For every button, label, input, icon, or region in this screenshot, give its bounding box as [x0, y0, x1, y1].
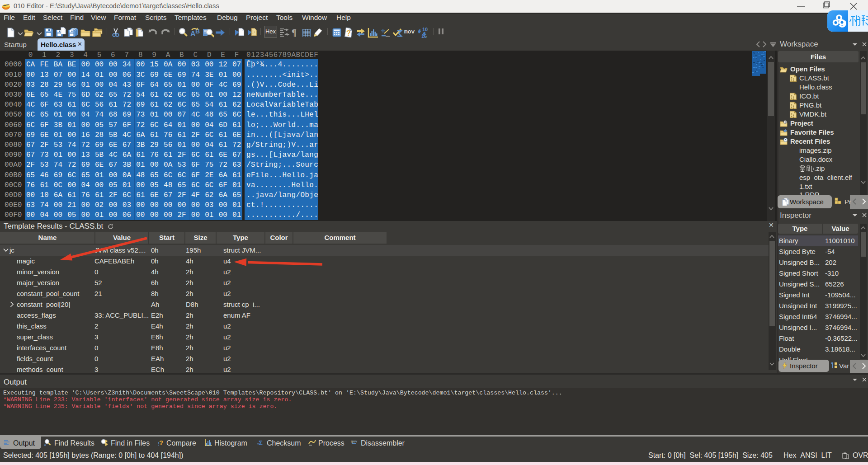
svg-text:?: ? — [159, 439, 163, 446]
svg-text:¶: ¶ — [292, 28, 297, 38]
svg-text:?: ? — [346, 29, 351, 37]
svg-text:10: 10 — [422, 27, 428, 32]
svg-text:gov: gov — [351, 439, 358, 443]
svg-text:Σ: Σ — [259, 439, 263, 446]
